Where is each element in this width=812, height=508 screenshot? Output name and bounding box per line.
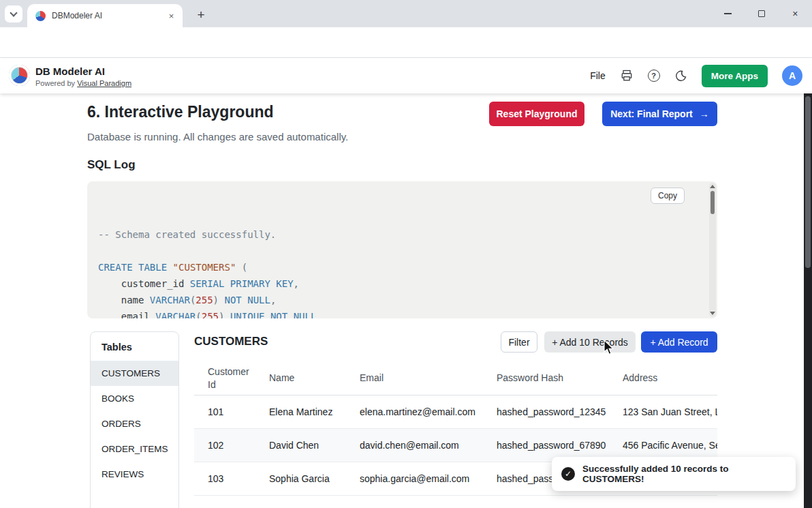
cell-password_hash: hashed_password_12345 bbox=[497, 406, 623, 417]
page-scrollbar[interactable] bbox=[804, 93, 812, 508]
sql-log-block: -- Schema created successfully. CREATE T… bbox=[87, 181, 717, 318]
code-scrollbar[interactable] bbox=[709, 183, 716, 317]
new-tab-button[interactable]: + bbox=[192, 6, 210, 24]
cell-email: elena.martinez@email.com bbox=[360, 406, 497, 417]
window-controls: × bbox=[711, 0, 812, 27]
code-token: ) bbox=[213, 295, 219, 305]
page-title: 6. Interactive Playground bbox=[87, 103, 274, 121]
code-token: email bbox=[98, 311, 155, 318]
file-menu[interactable]: File bbox=[590, 70, 606, 81]
cell-address: 456 Pacific Avenue, Sea bbox=[623, 440, 717, 451]
sql-code: -- Schema created successfully. CREATE T… bbox=[98, 226, 706, 318]
next-button-label: Next: Final Report bbox=[610, 108, 693, 119]
code-token: name bbox=[98, 295, 150, 305]
code-token: ( bbox=[196, 311, 201, 318]
page-scrollbar-thumb[interactable] bbox=[805, 96, 811, 268]
tables-panel-title: Tables bbox=[91, 332, 178, 361]
browser-tab[interactable]: DBModeler AI × bbox=[27, 4, 183, 27]
app-user-avatar[interactable]: A bbox=[782, 65, 802, 86]
cell-email: david.chen@email.com bbox=[360, 440, 497, 451]
code-token: NOT NULL bbox=[224, 295, 270, 305]
scroll-down-icon[interactable] bbox=[710, 312, 715, 315]
success-check-icon: ✓ bbox=[561, 467, 575, 481]
column-header: Email bbox=[360, 372, 497, 385]
cell-customer_id: 102 bbox=[208, 440, 269, 451]
cell-password_hash: hashed_password_67890 bbox=[497, 440, 623, 451]
cell-name: Sophia Garcia bbox=[269, 473, 360, 484]
code-line: customer_id SERIAL PRIMARY KEY, bbox=[98, 275, 706, 292]
copy-button[interactable]: Copy bbox=[651, 188, 685, 204]
code-token bbox=[236, 262, 241, 273]
code-line: name VARCHAR(255) NOT NULL, bbox=[98, 292, 706, 308]
code-token: customer_id bbox=[98, 278, 190, 289]
minimize-icon bbox=[724, 13, 732, 14]
table-title: CUSTOMERS bbox=[194, 335, 268, 348]
code-token: , bbox=[316, 311, 322, 318]
browser-window: DBModeler AI × + × ← → ai-toolbox.visual… bbox=[0, 0, 812, 508]
code-token bbox=[224, 311, 230, 318]
help-button[interactable]: ? bbox=[648, 70, 660, 82]
code-token: , bbox=[270, 295, 276, 305]
column-header: Password Hash bbox=[497, 372, 623, 385]
code-line bbox=[98, 243, 706, 259]
arrow-right-icon: → bbox=[700, 108, 709, 119]
code-scrollbar-thumb[interactable] bbox=[710, 191, 715, 214]
code-token: SERIAL PRIMARY KEY bbox=[190, 278, 294, 289]
minimize-button[interactable] bbox=[718, 3, 738, 24]
code-line: email VARCHAR(255) UNIQUE NOT NULL, bbox=[98, 308, 706, 318]
code-token: VARCHAR bbox=[155, 311, 196, 318]
maximize-button[interactable] bbox=[751, 3, 772, 24]
tab-title: DBModeler AI bbox=[52, 11, 166, 20]
scroll-up-icon[interactable] bbox=[710, 185, 715, 188]
tables-list: CUSTOMERSBOOKSORDERSORDER_ITEMSREVIEWS bbox=[91, 361, 178, 487]
browser-toolbar: ← → ai-toolbox.visual-paradigm.com/app/d… bbox=[0, 27, 812, 58]
powered-by-prefix: Powered by bbox=[35, 79, 77, 87]
tab-search-button[interactable] bbox=[5, 5, 22, 23]
app-logo-icon bbox=[9, 65, 30, 86]
sidebar-item-orders[interactable]: ORDERS bbox=[91, 411, 178, 436]
app-name: DB Modeler AI bbox=[35, 65, 105, 77]
sidebar-item-books[interactable]: BOOKS bbox=[91, 386, 178, 411]
favicon-icon bbox=[35, 11, 46, 21]
tab-strip: DBModeler AI × + × bbox=[0, 0, 812, 27]
tab-close-icon[interactable]: × bbox=[166, 10, 177, 22]
more-apps-button[interactable]: More Apps bbox=[702, 65, 768, 87]
column-header: Address bbox=[623, 372, 717, 385]
add-10-records-button[interactable]: + Add 10 Records bbox=[544, 331, 636, 353]
print-icon[interactable] bbox=[620, 69, 634, 83]
cell-address: 123 San Juan Street, Lo bbox=[623, 406, 717, 417]
cell-name: David Chen bbox=[269, 440, 360, 451]
sql-log-title: SQL Log bbox=[87, 158, 136, 172]
code-token: 255 bbox=[196, 295, 213, 305]
sidebar-item-customers[interactable]: CUSTOMERS bbox=[91, 361, 178, 386]
cell-email: sophia.garcia@email.com bbox=[360, 473, 497, 484]
toast-message: Successfully added 10 records to CUSTOME… bbox=[582, 464, 786, 484]
sidebar-item-order_items[interactable]: ORDER_ITEMS bbox=[91, 436, 178, 462]
code-token: , bbox=[294, 278, 299, 289]
code-line: CREATE TABLE "CUSTOMERS" ( bbox=[98, 259, 706, 275]
powered-by: Powered by Visual Paradigm bbox=[35, 79, 131, 87]
help-icon: ? bbox=[651, 72, 656, 80]
maximize-icon bbox=[758, 10, 765, 17]
column-header: Customer Id bbox=[208, 365, 269, 391]
code-token: UNIQUE NOT NULL bbox=[230, 311, 316, 318]
visual-paradigm-link[interactable]: Visual Paradigm bbox=[77, 79, 131, 87]
cell-customer_id: 103 bbox=[208, 473, 269, 484]
code-token: CREATE TABLE bbox=[98, 262, 167, 273]
next-final-report-button[interactable]: Next: Final Report → bbox=[602, 102, 717, 126]
reset-playground-button[interactable]: Reset Playground bbox=[489, 102, 584, 126]
code-token bbox=[167, 262, 172, 273]
tables-panel: Tables CUSTOMERSBOOKSORDERSORDER_ITEMSRE… bbox=[90, 331, 179, 508]
code-token: 255 bbox=[202, 311, 219, 318]
close-button[interactable]: × bbox=[785, 3, 805, 24]
dark-mode-moon-icon[interactable] bbox=[674, 70, 687, 83]
code-token: VARCHAR bbox=[150, 295, 190, 305]
column-header: Name bbox=[269, 372, 360, 385]
table-row[interactable]: 101Elena Martinezelena.martinez@email.co… bbox=[194, 395, 717, 429]
status-text: Database is running. All changes are sav… bbox=[87, 131, 348, 143]
header-actions: File ? More Apps A bbox=[590, 58, 802, 93]
filter-button[interactable]: Filter bbox=[501, 331, 537, 353]
sidebar-item-reviews[interactable]: REVIEWS bbox=[91, 462, 178, 487]
add-record-button[interactable]: + Add Record bbox=[641, 331, 717, 353]
code-token: "CUSTOMERS" bbox=[173, 262, 236, 273]
